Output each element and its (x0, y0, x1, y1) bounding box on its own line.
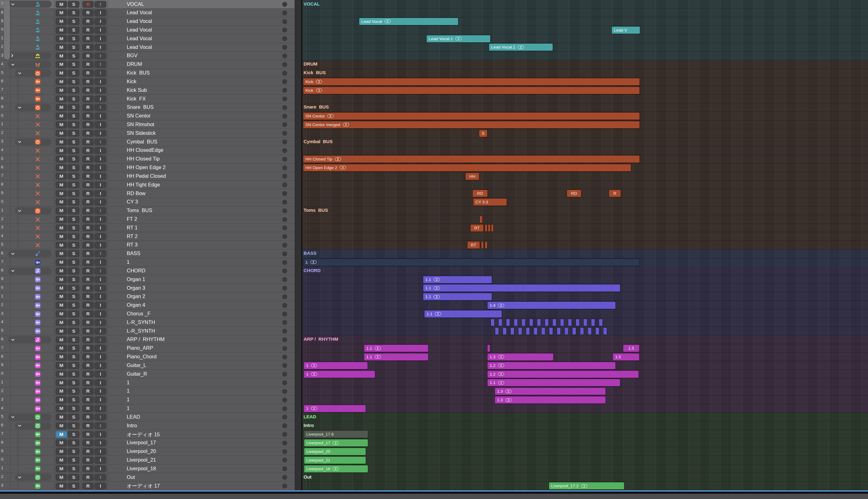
record-button[interactable]: R (82, 9, 94, 16)
input-button[interactable]: I (95, 405, 106, 412)
track-row[interactable]: 8MSRILiverpool_17 (0, 439, 295, 447)
track-row[interactable]: 1MSRIToms BUS (0, 207, 295, 215)
region[interactable]: Liverpool_17.2 (549, 482, 624, 490)
track-name[interactable]: Lead Vocal (127, 44, 152, 50)
track-dot[interactable] (282, 217, 287, 222)
input-button[interactable]: I (95, 267, 106, 275)
solo-button[interactable]: S (68, 130, 80, 137)
solo-button[interactable]: S (68, 190, 80, 197)
record-button[interactable]: R (82, 259, 94, 266)
track-row[interactable]: 8MSRIKick FX (0, 95, 295, 103)
input-button[interactable]: I (95, 465, 106, 472)
mute-button[interactable]: M (56, 457, 67, 464)
record-button[interactable]: R (82, 130, 94, 137)
region[interactable]: 1 (303, 258, 640, 266)
track-row[interactable]: 0MSRILead Vocal (0, 26, 295, 34)
solo-button[interactable]: S (68, 431, 80, 438)
track-name[interactable]: RT 2 (127, 233, 137, 239)
solo-button[interactable]: S (68, 422, 80, 429)
track-row[interactable]: 3MSRIオーディオ 17 (0, 482, 295, 490)
record-button[interactable]: R (82, 138, 94, 146)
solo-button[interactable]: S (68, 121, 80, 128)
track-dot[interactable] (282, 406, 287, 411)
track-name[interactable]: Liverpool_20 (127, 448, 156, 454)
region[interactable]: SN Centor merged (303, 121, 640, 129)
region-sliver[interactable] (481, 241, 484, 249)
mute-button[interactable]: M (56, 362, 67, 369)
track-dot[interactable] (282, 294, 287, 299)
record-button[interactable]: R (82, 207, 94, 214)
record-button[interactable]: R (82, 414, 94, 421)
region[interactable]: Lead Vocal (359, 17, 459, 25)
region[interactable]: 1.1 (487, 379, 620, 387)
track-row[interactable]: 7MSRIPiano_ARP (0, 344, 295, 353)
track-dot[interactable] (282, 449, 287, 454)
track-row[interactable]: 0MSRILiverpool_21 (0, 456, 295, 464)
track-row[interactable]: 4MSRIRT 2 (0, 232, 295, 241)
midi-note-region[interactable] (545, 319, 549, 326)
solo-button[interactable]: S (68, 259, 80, 266)
input-button[interactable]: I (95, 112, 106, 120)
record-button[interactable]: R (82, 353, 94, 361)
input-button[interactable]: I (95, 276, 106, 283)
record-button[interactable]: R (82, 1, 94, 8)
chevron-down-icon[interactable] (17, 71, 22, 77)
track-row[interactable]: 1MSRILead Vocal (0, 34, 295, 43)
track-dot[interactable] (282, 62, 287, 67)
record-button[interactable]: R (82, 465, 94, 472)
mute-button[interactable]: M (56, 345, 67, 352)
track-name[interactable]: Lead Vocal (127, 18, 152, 24)
track-name[interactable]: SN RImshot (127, 122, 154, 127)
midi-note-region[interactable] (564, 327, 569, 335)
input-button[interactable]: I (95, 293, 106, 300)
input-button[interactable]: I (95, 121, 106, 128)
mute-button[interactable]: M (56, 52, 67, 60)
record-button[interactable]: R (82, 112, 94, 120)
record-button[interactable]: R (82, 198, 94, 206)
track-dot[interactable] (282, 182, 287, 187)
solo-button[interactable]: S (68, 61, 80, 68)
track-row[interactable]: 7MSRI1 (0, 258, 295, 267)
mute-button[interactable]: M (56, 198, 67, 206)
midi-note-region[interactable] (541, 327, 545, 335)
mute-button[interactable]: M (56, 465, 67, 472)
track-dot[interactable] (282, 398, 287, 403)
record-button[interactable]: R (82, 224, 94, 232)
track-name[interactable]: DRUM (127, 61, 142, 67)
solo-button[interactable]: S (68, 70, 80, 77)
midi-note-region[interactable] (522, 319, 526, 326)
input-button[interactable]: I (95, 147, 106, 154)
solo-button[interactable]: S (68, 96, 80, 102)
chevron-down-icon[interactable] (11, 2, 15, 8)
track-dot[interactable] (282, 191, 287, 196)
midi-note-region[interactable] (506, 319, 510, 326)
region[interactable]: CY 3.3 (473, 198, 507, 206)
solo-button[interactable]: S (68, 388, 80, 395)
midi-note-region[interactable] (591, 319, 595, 326)
track-dot[interactable] (282, 320, 287, 325)
track-row[interactable]: 7MSRIHH Pedal Closed (0, 172, 295, 181)
region[interactable]: HH Open Edge 2 (303, 164, 631, 172)
input-button[interactable]: I (95, 182, 106, 188)
track-row[interactable]: 3MSRIChorus _F (0, 310, 295, 318)
track-name[interactable]: Liverpool_17 (127, 440, 156, 446)
mute-button[interactable]: M (56, 130, 67, 137)
track-dot[interactable] (282, 36, 287, 41)
record-button[interactable]: R (82, 173, 94, 180)
input-button[interactable]: I (95, 336, 106, 343)
track-name[interactable]: CHORD (127, 268, 146, 273)
chevron-down-icon[interactable] (11, 415, 15, 421)
record-button[interactable]: R (82, 431, 94, 438)
solo-button[interactable]: S (68, 379, 80, 387)
input-button[interactable]: I (95, 388, 106, 395)
mute-button[interactable]: M (56, 61, 67, 68)
solo-button[interactable]: S (68, 104, 80, 111)
region[interactable]: 1.1 (424, 310, 502, 318)
input-button[interactable]: I (95, 87, 106, 94)
track-row[interactable]: 5MSRIKick BUS (0, 69, 295, 77)
mute-button[interactable]: M (56, 397, 67, 403)
track-dot[interactable] (282, 441, 287, 446)
input-button[interactable]: I (95, 70, 106, 77)
track-dot[interactable] (282, 243, 287, 248)
track-dot[interactable] (282, 105, 287, 110)
